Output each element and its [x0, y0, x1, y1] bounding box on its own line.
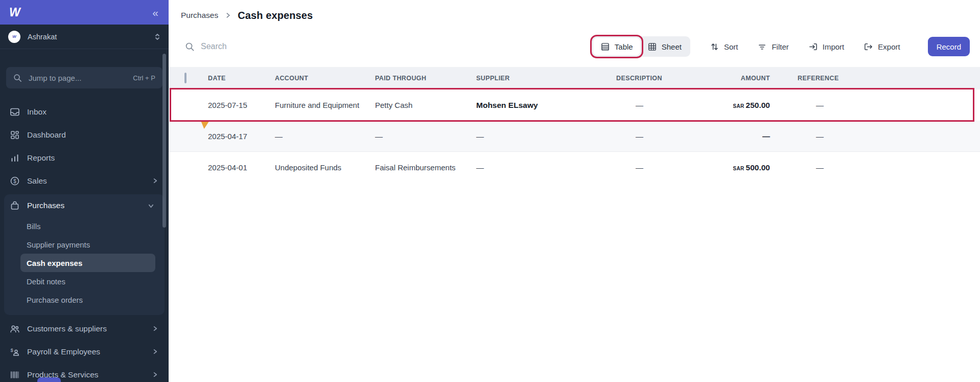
- view-switcher: Table Sheet: [592, 36, 690, 57]
- cell-description: —: [616, 163, 685, 172]
- chevron-right-icon: [225, 12, 231, 18]
- chevron-down-icon: [148, 203, 154, 209]
- payroll-icon: $: [10, 347, 20, 357]
- sidebar-menu: Inbox Dashboard Reports $ Sales Purchase…: [0, 100, 169, 382]
- jump-placeholder: Jump to page...: [29, 74, 81, 82]
- sidebar-item-debit-notes[interactable]: Debit notes: [20, 272, 155, 290]
- export-button[interactable]: Export: [864, 42, 900, 52]
- svg-text:$: $: [13, 178, 16, 184]
- sidebar: W « W Ashrakat Jump to page... Ctrl + P …: [0, 0, 169, 382]
- search-icon: [13, 74, 22, 82]
- sidebar-item-payroll-employees[interactable]: $ Payroll & Employees: [0, 340, 169, 363]
- sidebar-item-purchase-orders[interactable]: Purchase orders: [20, 290, 155, 309]
- brand-logo-icon: W: [9, 6, 20, 19]
- breadcrumb-parent[interactable]: Purchases: [181, 11, 218, 20]
- chevron-right-icon: [152, 348, 158, 355]
- sort-icon: [710, 42, 719, 52]
- sidebar-item-supplier-payments[interactable]: Supplier payments: [20, 235, 155, 254]
- column-header-paid-through[interactable]: PAID THROUGH: [375, 75, 476, 82]
- import-icon: [808, 42, 818, 52]
- cell-reference: —: [770, 101, 980, 109]
- cell-date: 2025-04-01: [208, 163, 275, 172]
- column-header-description[interactable]: DESCRIPTION: [616, 75, 685, 82]
- breadcrumb: Purchases Cash expenses: [169, 0, 980, 23]
- table-row[interactable]: 2025-07-15 Furniture and Equipment Petty…: [169, 89, 980, 121]
- toolbar: Search Table Sheet Sort: [169, 35, 980, 58]
- app-window: W « W Ashrakat Jump to page... Ctrl + P …: [0, 0, 980, 382]
- jump-to-page-search[interactable]: Jump to page... Ctrl + P: [6, 67, 162, 88]
- sidebar-item-purchases[interactable]: Purchases: [4, 194, 165, 217]
- svg-text:$: $: [11, 347, 14, 352]
- view-table-button[interactable]: Table: [593, 38, 640, 55]
- select-all-checkbox[interactable]: [184, 73, 186, 83]
- search-placeholder: Search: [201, 42, 227, 51]
- sidebar-item-sales[interactable]: $ Sales: [0, 169, 169, 192]
- export-icon: [864, 42, 873, 52]
- barcode-icon: [10, 370, 20, 380]
- bar-chart-icon: [10, 153, 20, 163]
- cell-description: —: [616, 101, 685, 109]
- cell-supplier: —: [476, 132, 616, 141]
- column-header-account[interactable]: ACCOUNT: [275, 75, 375, 82]
- table-view-icon: [600, 42, 610, 52]
- sidebar-item-bills[interactable]: Bills: [20, 217, 155, 235]
- sidebar-scrollbar[interactable]: [162, 54, 166, 228]
- chevron-right-icon: [152, 325, 158, 332]
- cell-description: —: [616, 132, 685, 141]
- table-row[interactable]: 2025-04-01 Undeposited Funds Faisal Reim…: [169, 152, 980, 183]
- sidebar-item-inbox[interactable]: Inbox: [0, 100, 169, 123]
- record-button[interactable]: Record: [928, 37, 970, 56]
- people-icon: [10, 324, 20, 334]
- account-switcher[interactable]: W Ashrakat: [0, 25, 169, 49]
- sidebar-bottom-button[interactable]: [37, 377, 61, 382]
- account-name: Ashrakat: [28, 33, 57, 41]
- main-content: Purchases Cash expenses Search Table She…: [169, 0, 980, 382]
- sort-button[interactable]: Sort: [710, 42, 738, 52]
- cell-date: 2025-04-17: [208, 132, 275, 141]
- sidebar-item-dashboard[interactable]: Dashboard: [0, 123, 169, 146]
- sidebar-item-products-services[interactable]: Products & Services: [0, 363, 169, 382]
- sheet-view-icon: [647, 42, 657, 52]
- column-header-amount[interactable]: AMOUNT: [685, 75, 770, 82]
- page-title: Cash expenses: [238, 10, 313, 21]
- column-header-date[interactable]: DATE: [208, 75, 275, 82]
- cell-account: Furniture and Equipment: [275, 101, 375, 109]
- cell-paid-through: Faisal Reimbursements: [375, 163, 476, 172]
- cell-amount: SAR500.00: [685, 163, 770, 172]
- dollar-circle-icon: $: [10, 176, 20, 186]
- import-button[interactable]: Import: [808, 42, 845, 52]
- avatar: W: [8, 31, 20, 43]
- chevron-up-down-icon[interactable]: [154, 32, 160, 41]
- cell-date: 2025-07-15: [208, 101, 275, 109]
- cell-account: —: [275, 132, 375, 141]
- view-sheet-button[interactable]: Sheet: [640, 38, 689, 55]
- filter-button[interactable]: Filter: [757, 42, 788, 52]
- jump-shortcut: Ctrl + P: [133, 74, 155, 82]
- dashboard-icon: [10, 130, 20, 140]
- column-header-reference[interactable]: REFERENCE: [770, 75, 980, 82]
- column-header-supplier[interactable]: SUPPLIER: [476, 75, 616, 82]
- inbox-icon: [10, 107, 20, 117]
- table-header-row: DATE ACCOUNT PAID THROUGH SUPPLIER DESCR…: [169, 67, 980, 89]
- draft-flag-icon: [201, 121, 209, 129]
- chevron-right-icon: [152, 371, 158, 378]
- sidebar-collapse-icon[interactable]: «: [149, 7, 161, 18]
- cell-supplier: —: [476, 163, 616, 172]
- sidebar-item-customers-suppliers[interactable]: Customers & suppliers: [0, 317, 169, 340]
- toolbar-actions: Table Sheet Sort Filter: [592, 36, 970, 57]
- chevron-right-icon: [152, 177, 158, 184]
- cell-reference: —: [770, 163, 980, 172]
- table-row[interactable]: 2025-04-17 — — — — — —: [169, 121, 980, 152]
- cell-paid-through: Petty Cash: [375, 101, 476, 109]
- cell-paid-through: —: [375, 132, 476, 141]
- shopping-bag-icon: [10, 200, 20, 211]
- search-input[interactable]: Search: [185, 42, 227, 52]
- cell-reference: —: [770, 132, 980, 141]
- filter-icon: [757, 42, 767, 52]
- sidebar-item-cash-expenses[interactable]: Cash expenses: [20, 254, 155, 272]
- expenses-table: DATE ACCOUNT PAID THROUGH SUPPLIER DESCR…: [169, 67, 980, 183]
- sidebar-item-reports[interactable]: Reports: [0, 146, 169, 169]
- cell-supplier: Mohsen ELsawy: [476, 101, 616, 110]
- cell-amount: —: [685, 132, 770, 141]
- cell-account: Undeposited Funds: [275, 163, 375, 172]
